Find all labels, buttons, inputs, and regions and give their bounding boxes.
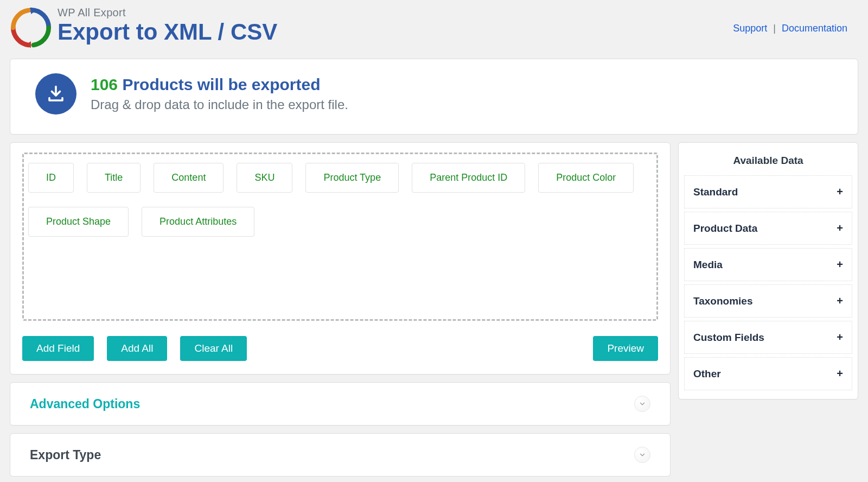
support-link[interactable]: Support [733,23,767,34]
summary-panel: 106 Products will be exported Drag & dro… [10,59,858,135]
available-group[interactable]: Other+ [684,357,852,390]
add-field-button[interactable]: Add Field [22,336,94,361]
field-chip[interactable]: ID [28,163,74,193]
app-logo [10,7,52,49]
export-headline: Products will be exported [122,75,320,93]
plus-icon: + [837,186,843,198]
available-group[interactable]: Media+ [684,248,852,281]
field-chip[interactable]: SKU [237,163,292,193]
app-title: Export to XML / CSV [58,20,733,44]
documentation-link[interactable]: Documentation [782,23,847,34]
field-chip[interactable]: Product Attributes [142,207,254,237]
export-count: 106 [91,75,118,93]
available-group[interactable]: Product Data+ [684,212,852,245]
add-all-button[interactable]: Add All [107,336,167,361]
available-group-label: Other [693,368,721,380]
field-chip[interactable]: Product Shape [28,207,129,237]
plus-icon: + [837,295,843,307]
plus-icon: + [837,222,843,234]
clear-all-button[interactable]: Clear All [180,336,247,361]
field-chip[interactable]: Content [154,163,224,193]
fields-dropzone[interactable]: IDTitleContentSKUProduct TypeParent Prod… [22,153,658,321]
plus-icon: + [837,367,843,380]
available-group-label: Media [693,259,723,271]
field-chip[interactable]: Product Type [305,163,399,193]
header-links: Support | Documentation [733,23,847,34]
available-group-label: Standard [693,186,738,198]
export-subline: Drag & drop data to include in the expor… [91,97,348,112]
builder-panel: IDTitleContentSKUProduct TypeParent Prod… [10,142,671,375]
export-type-label: Export Type [30,448,101,462]
app-title-col: WP All Export Export to XML / CSV [58,5,733,44]
link-separator: | [770,23,779,34]
available-group[interactable]: Standard+ [684,175,852,208]
available-group[interactable]: Taxonomies+ [684,284,852,318]
available-data-panel: Available Data Standard+Product Data+Med… [678,142,858,399]
plus-icon: + [837,331,843,344]
chevron-down-icon [634,447,650,463]
app-subtitle: WP All Export [58,7,733,19]
available-group-label: Custom Fields [693,332,764,344]
field-chip[interactable]: Title [87,163,141,193]
download-icon [35,73,76,115]
advanced-options-toggle[interactable]: Advanced Options [10,382,671,426]
advanced-options-label: Advanced Options [30,397,140,411]
chevron-down-icon [634,396,650,412]
page-header: WP All Export Export to XML / CSV Suppor… [0,0,868,59]
available-group[interactable]: Custom Fields+ [684,321,852,354]
available-group-label: Taxonomies [693,295,752,307]
available-group-label: Product Data [693,223,757,234]
field-chip[interactable]: Parent Product ID [412,163,525,193]
export-type-toggle[interactable]: Export Type [10,433,671,477]
field-chip[interactable]: Product Color [538,163,634,193]
preview-button[interactable]: Preview [593,336,658,361]
plus-icon: + [837,258,843,271]
available-data-title: Available Data [684,155,852,167]
summary-text: 106 Products will be exported Drag & dro… [91,75,348,112]
